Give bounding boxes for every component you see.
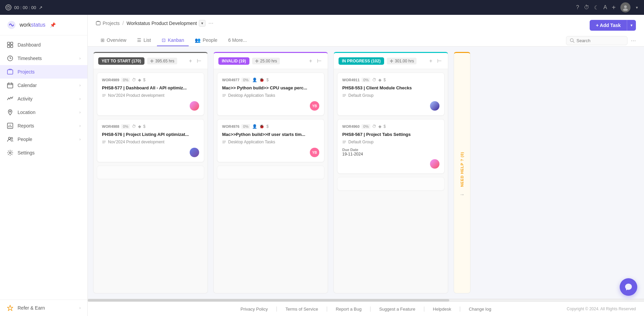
card-due-label: Due Date [342,148,439,152]
col-add-in-progress[interactable]: + [428,57,434,65]
moon-icon[interactable]: ☾ [594,4,599,11]
task-card[interactable]: WOR4988 0% ⏱ ◆ $ PHS8-576 | Project List… [97,119,204,162]
need-help-expand-btn[interactable]: → [459,192,465,198]
sidebar-item-settings-label: Settings [18,150,35,155]
task-card-partial[interactable] [217,166,324,179]
sidebar-item-timesheets[interactable]: Timesheets › [0,52,87,65]
card-avatar-yb: YB [310,101,319,111]
card-title: Mac>> Python build>> CPU usage perc... [222,85,319,91]
sidebar-item-calendar[interactable]: Calendar › [0,79,87,92]
more-options-btn[interactable]: ··· [631,37,636,44]
kanban-area: YET TO START (170) 395.65 hrs + ⊢ WOR498 [88,47,644,299]
col-header-invalid: INVALID (19) 25.00 hrs + ⊢ [214,53,328,69]
pin-icon[interactable]: 📌 [50,22,56,28]
task-card-partial[interactable] [97,166,204,179]
task-card[interactable]: WOR4989 0% ⏱ ◆ $ PHS8-577 | Dashboard Al… [97,73,204,116]
card-group-name: Nov'2024 Product development [108,93,164,98]
card-footer [102,101,199,111]
search-box [566,36,627,45]
tab-list-label: List [143,37,151,43]
translate-icon[interactable]: A [603,4,607,10]
tab-more-label: 6 More... [228,37,247,43]
svg-point-4 [623,8,628,11]
list-icon [102,140,106,144]
card-pct: 0% [361,78,370,82]
svg-rect-14 [7,83,13,88]
chat-fab-button[interactable] [620,278,637,296]
footer-bug-link[interactable]: Report a Bug [336,307,362,312]
horizontal-scrollbar[interactable] [88,299,644,301]
task-card[interactable]: WOR4976 0% 👤 🐞 $ Mac>>Python build>>If u… [217,119,324,162]
card-bug-icon: 🐞 [259,124,264,129]
sidebar-item-location[interactable]: Location › [0,106,87,119]
search-input[interactable] [576,38,624,43]
card-title: PHS8-567 | Project Tabs Settings [342,132,439,138]
refer-earn-label: Refer & Earn [18,305,45,311]
clock-icon-invalid [255,59,259,63]
breadcrumb-projects[interactable]: Projects [96,21,120,26]
card-group: Default Group [342,93,439,98]
footer: Privacy Policy | Terms of Service | Repo… [88,301,644,316]
tab-list[interactable]: ☰ List [132,35,156,46]
timer-icon [5,4,11,10]
card-meta: WOR4960 0% ⏱ ◆ $ [342,124,439,129]
breadcrumb-more-btn[interactable]: ··· [208,20,213,27]
card-due-date-section: Due Date 19-11-2024 [342,148,439,156]
footer-changelog-link[interactable]: Change log [469,307,491,312]
col-collapse-invalid[interactable]: ⊢ [316,57,323,65]
footer-feature-link[interactable]: Suggest a Feature [379,307,415,312]
sidebar-item-dashboard[interactable]: Dashboard [0,38,87,52]
breadcrumb-parent-label: Projects [103,21,120,26]
help-icon[interactable]: ? [576,4,579,10]
svg-marker-37 [256,59,258,63]
add-task-button[interactable]: + Add Task [590,20,627,31]
tab-kanban[interactable]: ⊡ Kanban [157,35,189,46]
card-timer-icon: ⏱ [372,124,376,129]
task-card[interactable]: WOR4911 0% ⏱ ◆ $ PHS8-553 | Client Modul… [337,73,445,116]
sidebar-item-activity[interactable]: Activity › [0,92,87,106]
col-actions-yet-to-start: + ⊢ [188,57,203,65]
svg-point-3 [624,5,627,8]
footer-privacy-link[interactable]: Privacy Policy [241,307,268,312]
user-avatar[interactable] [620,2,630,12]
card-id: WOR4911 [342,78,359,82]
user-dropdown-arrow[interactable]: ▼ [635,6,639,9]
col-badge-yet-to-start: YET TO START (170) [98,57,144,65]
timer-section: 00 : 00 : 00 ↗ [5,4,43,10]
col-badge-in-progress: IN PROGRESS (102) [339,57,384,65]
plus-icon[interactable]: + [612,4,616,11]
sidebar-item-settings[interactable]: Settings [0,146,87,160]
col-add-invalid[interactable]: + [308,57,314,65]
card-group: Nov'2024 Product development [102,140,199,144]
task-card[interactable]: WOR4977 0% 👤 🐞 $ Mac>> Python build>> CP… [217,73,324,116]
refer-earn-button[interactable]: Refer & Earn › [0,299,87,316]
tab-overview[interactable]: ⊞ Overview [96,35,131,46]
sidebar-item-location-label: Location [18,110,35,115]
footer-terms-link[interactable]: Terms of Service [286,307,318,312]
sidebar-item-reports[interactable]: Reports › [0,119,87,133]
sidebar-item-people[interactable]: People › [0,133,87,146]
card-footer [342,101,439,111]
card-id: WOR4976 [222,124,239,128]
timer-display: 00 : 00 : 00 [14,5,36,10]
svg-rect-13 [7,70,13,74]
task-card-partial[interactable] [337,177,445,191]
add-task-dropdown-btn[interactable]: ▾ [627,20,636,31]
col-add-yet-to-start[interactable]: + [188,57,193,65]
card-pct: 0% [241,78,250,82]
tab-people[interactable]: 👥 People [190,35,222,46]
footer-helpdesk-link[interactable]: Helpdesk [433,307,451,312]
search-icon [570,38,574,43]
col-collapse-yet-to-start[interactable]: ⊢ [195,57,203,65]
list-tab-icon: ☰ [137,37,141,43]
card-meta: WOR4988 0% ⏱ ◆ $ [102,124,199,129]
task-card[interactable]: WOR4960 0% ⏱ ◆ $ PHS8-567 | Project Tabs… [337,119,445,174]
card-group-name: Desktop Application Tasks [228,93,275,98]
breadcrumb-dropdown-btn[interactable]: ▾ [199,20,206,27]
sidebar-item-projects[interactable]: Projects [0,65,87,79]
timer-arrow[interactable]: ↗ [39,5,43,10]
col-collapse-in-progress[interactable]: ⊢ [436,57,443,65]
top-bar: 00 : 00 : 00 ↗ ? ⏱ ☾ A + ▼ [0,0,644,15]
clock-icon[interactable]: ⏱ [584,4,589,10]
tab-more[interactable]: 6 More... [223,35,251,46]
